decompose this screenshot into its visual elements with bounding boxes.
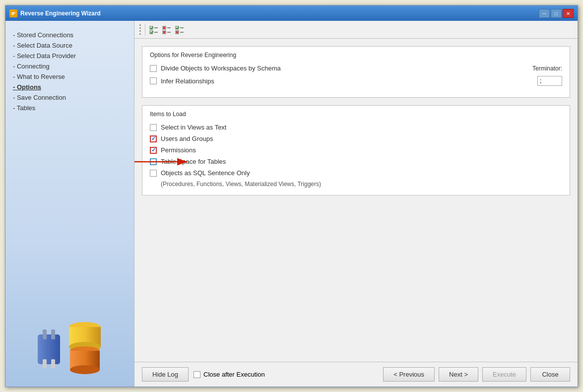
toolbar-icon-deselect[interactable] xyxy=(161,24,172,35)
objects-as-sql-label: Objects as SQL Sentence Only xyxy=(161,169,250,177)
execute-button[interactable]: Execute xyxy=(482,367,526,382)
infer-relationships-checkbox[interactable] xyxy=(150,77,157,84)
infer-relationships-row: Infer Relationships xyxy=(150,76,562,86)
objects-as-sql-row: Objects as SQL Sentence Only xyxy=(150,169,562,177)
table-space-checkbox[interactable] xyxy=(150,158,157,165)
table-space-label: Table Space for Tables xyxy=(161,158,226,165)
sidebar: - Stored Connections - Select Data Sourc… xyxy=(5,21,134,387)
objects-as-sql-checkbox[interactable] xyxy=(150,170,157,177)
sidebar-illustration xyxy=(13,287,127,377)
users-and-groups-label: Users and Groups xyxy=(161,135,213,142)
toolbar-icon-select-all[interactable] xyxy=(148,24,159,35)
terminator-label: Terminator: xyxy=(532,65,562,72)
main-window: Reverse Engineering Wizard ─ □ ✕ - Store… xyxy=(5,5,578,387)
svg-rect-3 xyxy=(38,334,60,364)
toolbar-separator-1 xyxy=(145,24,145,36)
toolbar-icon-toggle[interactable] xyxy=(174,24,185,35)
sidebar-item-select-data-provider[interactable]: - Select Data Provider xyxy=(13,52,127,60)
svg-rect-7 xyxy=(51,359,55,368)
users-and-groups-checkbox[interactable] xyxy=(150,135,157,142)
svg-point-13 xyxy=(70,365,100,374)
next-button[interactable]: Next > xyxy=(439,367,478,382)
close-button[interactable]: Close xyxy=(530,367,570,382)
close-window-button[interactable]: ✕ xyxy=(563,9,574,18)
db-illustration-svg xyxy=(30,297,110,377)
title-bar-left: Reverse Engineering Wizard xyxy=(9,9,101,17)
svg-rect-1 xyxy=(11,12,15,13)
svg-rect-4 xyxy=(43,329,47,339)
sidebar-item-what-to-reverse[interactable]: - What to Reverse xyxy=(13,72,127,81)
permissions-row: Permissions xyxy=(150,146,562,154)
sidebar-item-connecting[interactable]: - Connecting xyxy=(13,62,127,70)
svg-rect-6 xyxy=(43,359,47,368)
divide-objects-label: Divide Objects to Workspaces by Schema xyxy=(161,65,281,72)
divide-objects-row: Divide Objects to Workspaces by Schema T… xyxy=(150,65,562,72)
sidebar-item-select-data-source[interactable]: - Select Data Source xyxy=(13,41,127,50)
permissions-checkbox[interactable] xyxy=(150,147,157,154)
sidebar-nav: - Stored Connections - Select Data Sourc… xyxy=(13,31,127,112)
sidebar-item-options[interactable]: - Options xyxy=(13,83,127,91)
main-content: Options for Reverse Engineering Divide O… xyxy=(134,39,578,362)
bottom-bar-left: Hide Log Close after Execution xyxy=(142,367,265,382)
items-to-load-group-box: Items to Load Select in Views as Text Us… xyxy=(142,105,570,196)
users-and-groups-row: Users and Groups xyxy=(150,135,562,142)
hide-log-button[interactable]: Hide Log xyxy=(142,367,189,382)
options-group-box: Options for Reverse Engineering Divide O… xyxy=(142,46,570,98)
title-text: Reverse Engineering Wizard xyxy=(20,10,101,17)
title-bar: Reverse Engineering Wizard ─ □ ✕ xyxy=(5,6,578,21)
table-space-container: Table Space for Tables xyxy=(150,158,562,165)
app-icon xyxy=(9,9,17,17)
close-after-execution-label: Close after Execution xyxy=(203,371,265,378)
permissions-label: Permissions xyxy=(161,146,196,154)
maximize-button[interactable]: □ xyxy=(551,9,562,18)
sidebar-item-tables[interactable]: - Tables xyxy=(13,104,127,112)
objects-as-sql-subtext: (Procedures, Functions, Views, Materiali… xyxy=(161,181,562,188)
svg-rect-5 xyxy=(51,329,55,339)
title-buttons: ─ □ ✕ xyxy=(539,9,574,18)
svg-rect-2 xyxy=(11,14,14,15)
sidebar-item-stored-connections[interactable]: - Stored Connections xyxy=(13,31,127,39)
items-to-load-title: Items to Load xyxy=(150,111,562,118)
previous-button[interactable]: < Previous xyxy=(383,367,435,382)
toolbar xyxy=(134,21,578,39)
close-after-execution-checkbox[interactable] xyxy=(194,371,200,378)
bottom-bar-right: < Previous Next > Execute Close xyxy=(270,367,570,382)
window-body: - Stored Connections - Select Data Sourc… xyxy=(5,21,578,387)
bottom-bar: Hide Log Close after Execution < Previou… xyxy=(134,362,578,387)
sidebar-item-save-connection[interactable]: - Save Connection xyxy=(13,93,127,102)
options-group-title: Options for Reverse Engineering xyxy=(150,52,562,59)
infer-relationships-label: Infer Relationships xyxy=(161,77,214,85)
select-in-views-row: Select in Views as Text xyxy=(150,124,562,131)
content-area: Options for Reverse Engineering Divide O… xyxy=(134,21,578,387)
toolbar-grip xyxy=(138,24,142,35)
terminator-input[interactable] xyxy=(537,76,562,86)
divide-objects-checkbox[interactable] xyxy=(150,65,157,72)
select-in-views-checkbox[interactable] xyxy=(150,124,157,131)
close-after-execution-container: Close after Execution xyxy=(194,371,265,378)
select-in-views-label: Select in Views as Text xyxy=(161,124,226,131)
minimize-button[interactable]: ─ xyxy=(539,9,550,18)
